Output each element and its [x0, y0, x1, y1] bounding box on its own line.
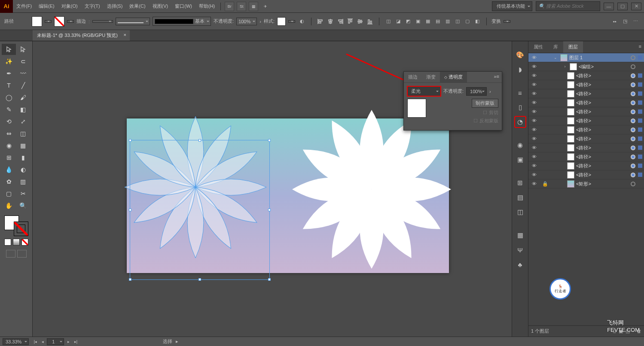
- color-panel-icon[interactable]: 🎨: [515, 50, 525, 60]
- stroke-panel-icon[interactable]: ≡: [515, 88, 525, 98]
- column-graph-tool[interactable]: ▥: [16, 176, 30, 187]
- graphic-style[interactable]: [277, 17, 286, 26]
- transparency-tab[interactable]: ◇ 透明度: [440, 72, 467, 82]
- first-artboard-icon[interactable]: |◂: [32, 339, 38, 345]
- thumbnail-preview[interactable]: [407, 99, 426, 118]
- opacity-input[interactable]: 100%: [466, 87, 487, 96]
- edit-icon[interactable]: ◳: [621, 17, 629, 26]
- scale-tool[interactable]: ⤢: [16, 116, 30, 127]
- maximize-button[interactable]: ▢: [617, 3, 628, 10]
- menu-window[interactable]: 窗口(W): [171, 0, 195, 13]
- visibility-icon[interactable]: 👁: [528, 163, 540, 168]
- shaper-tool[interactable]: ✎: [2, 104, 16, 115]
- visibility-icon[interactable]: 👁: [528, 73, 540, 78]
- panel-menu-icon[interactable]: »≡: [491, 72, 502, 82]
- document-tab[interactable]: 未标题-1* @ 33.33% (RGB/GPU 预览) ×: [33, 30, 130, 41]
- fill-swatch[interactable]: [32, 16, 42, 27]
- libraries-tab[interactable]: 库: [548, 41, 563, 53]
- layer-row[interactable]: 👁<路径>: [528, 80, 644, 89]
- line-tool[interactable]: ╱: [16, 80, 30, 91]
- swatches-panel-icon[interactable]: ◗: [515, 64, 525, 75]
- gradient-btn[interactable]: [13, 239, 20, 246]
- layer-row[interactable]: 👁<路径>: [528, 71, 644, 80]
- clip-checkbox[interactable]: ☐ 剪切: [483, 109, 498, 116]
- disclosure-icon[interactable]: ⌄: [551, 55, 560, 60]
- perspective-tool[interactable]: ▦: [16, 140, 30, 151]
- style-dropdown[interactable]: [288, 20, 295, 23]
- outline-icon[interactable]: ▢: [463, 17, 472, 26]
- pathfinder-panel-icon[interactable]: ◫: [515, 207, 525, 217]
- merge-icon[interactable]: ▥: [443, 17, 452, 26]
- close-tab-icon[interactable]: ×: [123, 32, 126, 37]
- unite-icon[interactable]: ◫: [384, 17, 393, 26]
- visibility-icon[interactable]: 👁: [528, 109, 540, 114]
- visibility-icon[interactable]: 👁: [528, 64, 540, 69]
- symbol-sprayer-tool[interactable]: ✿: [2, 176, 16, 187]
- divide-icon[interactable]: ▦: [424, 17, 432, 26]
- gradient-tab[interactable]: 渐变: [422, 72, 440, 82]
- full-screen-icon[interactable]: [17, 250, 27, 258]
- disclosure-icon[interactable]: ›: [560, 64, 570, 69]
- bridge-icon[interactable]: Br: [225, 2, 234, 11]
- next-artboard-icon[interactable]: ▸: [65, 339, 71, 345]
- symbols2-panel-icon[interactable]: ♣: [515, 259, 525, 270]
- paintbrush-tool[interactable]: 🖌: [16, 92, 30, 103]
- stroke-dropdown[interactable]: [67, 20, 74, 23]
- crop-icon[interactable]: ◫: [453, 17, 462, 26]
- free-transform-tool[interactable]: ◫: [16, 128, 30, 139]
- fill-dropdown[interactable]: [45, 20, 52, 23]
- recolor-icon[interactable]: ◐: [298, 17, 306, 26]
- layer-row[interactable]: 👁 › <编组>: [528, 62, 644, 71]
- artboard-number[interactable]: 1: [47, 338, 64, 345]
- align-left-icon[interactable]: [316, 17, 325, 26]
- visibility-icon[interactable]: 👁: [528, 145, 540, 150]
- stock-icon[interactable]: St: [237, 2, 246, 11]
- prev-artboard-icon[interactable]: ◂: [40, 339, 46, 345]
- layer-row[interactable]: 👁<路径>: [528, 170, 644, 179]
- zoom-level[interactable]: 33.33%: [3, 338, 29, 345]
- canvas[interactable]: 描边 渐变 ◇ 透明度 »≡ 柔光 不透明度: 100% › 制作蒙版 ☐: [33, 41, 512, 337]
- brush-definition[interactable]: 基本: [153, 17, 211, 26]
- trim-icon[interactable]: ▤: [433, 17, 442, 26]
- blend-tool[interactable]: ◐: [16, 164, 30, 175]
- rotate-tool[interactable]: ⟲: [2, 116, 16, 127]
- panel-menu-icon[interactable]: ≡: [636, 41, 644, 53]
- visibility-icon[interactable]: 👁: [528, 154, 540, 159]
- width-tool[interactable]: ⇔: [2, 128, 16, 139]
- normal-screen-icon[interactable]: [6, 250, 15, 258]
- pen-tool[interactable]: ✒: [2, 68, 16, 79]
- hand-tool[interactable]: ✋: [2, 200, 16, 211]
- visibility-icon[interactable]: 👁: [528, 172, 540, 177]
- align-panel-icon[interactable]: ⊞: [515, 178, 525, 188]
- appearance-panel-icon[interactable]: ◉: [515, 140, 525, 150]
- align-hcenter-icon[interactable]: [326, 17, 335, 26]
- exclude-icon[interactable]: ▣: [414, 17, 422, 26]
- visibility-icon[interactable]: 👁: [528, 181, 540, 186]
- align-vcenter-icon[interactable]: [356, 17, 364, 26]
- curvature-tool[interactable]: 〰: [16, 68, 30, 79]
- menu-help[interactable]: 帮助(H): [195, 0, 218, 13]
- layer-row[interactable]: 👁 🔒 <矩形>: [528, 179, 644, 188]
- isolate-icon[interactable]: ▪▪: [610, 17, 619, 26]
- search-input[interactable]: 🔍 搜索 Adobe Stock: [536, 1, 600, 11]
- magic-wand-tool[interactable]: ✨: [2, 56, 16, 67]
- layer-row[interactable]: 👁<路径>: [528, 89, 644, 98]
- visibility-icon[interactable]: 👁: [528, 55, 540, 60]
- variable-width-profile[interactable]: [116, 18, 150, 25]
- workspace-switcher[interactable]: 传统基本功能: [492, 1, 532, 11]
- menu-effect[interactable]: 效果(C): [126, 0, 149, 13]
- menu-type[interactable]: 文字(T): [81, 0, 104, 13]
- layer-row[interactable]: 👁<路径>: [528, 107, 644, 116]
- minus-back-icon[interactable]: ◧: [473, 17, 482, 26]
- invert-mask-checkbox[interactable]: ☐ 反相蒙版: [473, 118, 498, 124]
- align-top-icon[interactable]: [346, 17, 354, 26]
- visibility-icon[interactable]: 👁: [528, 118, 540, 123]
- layer-row[interactable]: 👁<路径>: [528, 161, 644, 170]
- artboard-tool[interactable]: ▢: [2, 188, 16, 199]
- shape-builder-tool[interactable]: ◉: [2, 140, 16, 151]
- more-icon[interactable]: ⋯: [631, 17, 640, 26]
- visibility-icon[interactable]: 👁: [528, 136, 540, 141]
- none-btn[interactable]: [21, 239, 28, 246]
- transform-dropdown[interactable]: [504, 20, 510, 23]
- gradient-tool[interactable]: ▮: [16, 152, 30, 163]
